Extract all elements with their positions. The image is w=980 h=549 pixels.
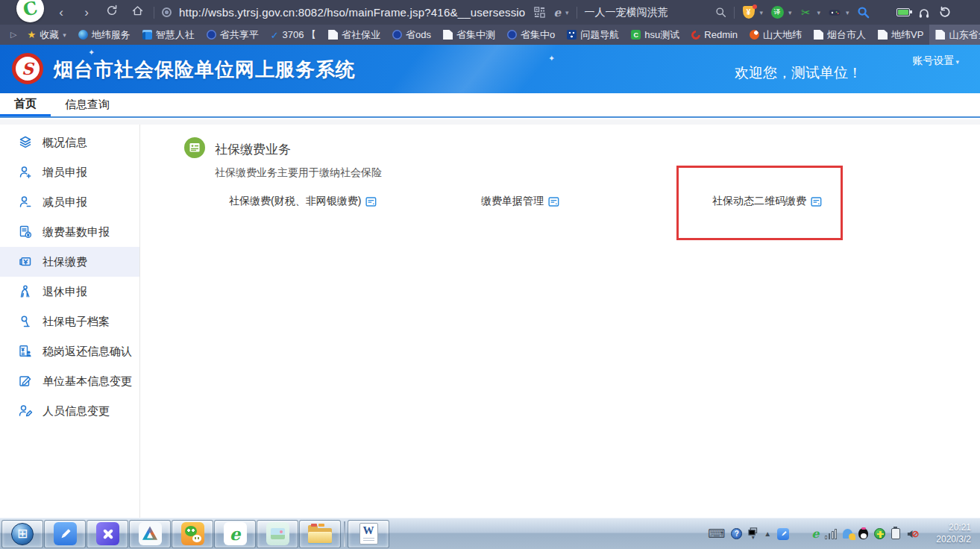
expand-icon[interactable]: ▷	[6, 30, 21, 40]
taskbar-app-meeting[interactable]	[129, 520, 171, 548]
site-banner: ✦ ✦ S 烟台市社会保险单位网上服务系统 欢迎您，测试单位！ 账号设置▾	[0, 45, 980, 93]
clipboard-icon[interactable]	[891, 528, 900, 539]
help-icon[interactable]: ?	[731, 528, 742, 539]
undo-icon[interactable]	[938, 6, 952, 19]
page-icon	[328, 30, 338, 40]
headphones-icon[interactable]	[917, 6, 931, 19]
tab-bar: 首页 信息查询	[0, 93, 980, 118]
show-hidden-icons[interactable]: ▲	[764, 530, 771, 538]
chevron-down-icon: ▾	[63, 31, 66, 39]
site-info-icon[interactable]	[162, 7, 172, 17]
bookmark-item[interactable]: 省ods	[386, 25, 437, 45]
notes-app-icon	[54, 522, 77, 545]
money-shield-icon[interactable]: ¥	[742, 6, 756, 19]
keyboard-icon[interactable]: ⌨	[708, 527, 725, 541]
chevron-down-icon[interactable]: ▾	[760, 9, 764, 16]
person-edit-icon	[18, 404, 33, 418]
sidebar-item-e-archive[interactable]: 社保电子档案	[0, 307, 139, 336]
chevron-down-icon[interactable]: ▾	[788, 9, 792, 16]
bookmark-item[interactable]: ✓3706 【	[265, 25, 322, 45]
apps-grid-icon[interactable]	[878, 7, 889, 18]
network-signal-icon[interactable]	[825, 529, 837, 539]
chevron-down-icon[interactable]: ▾	[846, 9, 849, 16]
game-controller-icon[interactable]	[828, 6, 841, 19]
orange-logo-icon	[750, 30, 759, 40]
bookmark-item[interactable]: 地纬VP	[872, 25, 929, 45]
chevron-down-icon[interactable]: ▾	[565, 9, 569, 16]
chevron-down-icon[interactable]: ▾	[817, 9, 821, 16]
forward-icon[interactable]: ›	[78, 5, 95, 20]
tab-info-query[interactable]: 信息查询	[51, 93, 124, 116]
window-restore-icon[interactable]: ▾	[748, 527, 758, 540]
sidebar-item-job-subsidy-confirm[interactable]: 稳岗返还信息确认	[0, 336, 139, 366]
tab-home[interactable]: 首页	[0, 93, 51, 116]
sidebar-item-social-payment[interactable]: 社保缴费	[0, 247, 139, 277]
browser360-tray-icon[interactable]: e	[811, 528, 819, 540]
globe-icon	[78, 30, 88, 40]
bookmark-item[interactable]: 地纬服务	[72, 25, 136, 45]
sidebar-item-overview[interactable]: 概况信息	[0, 128, 139, 157]
bookmark-item[interactable]: Redmin	[685, 25, 744, 45]
refresh-icon[interactable]	[103, 4, 121, 20]
link-qrcode-payment[interactable]: 社保动态二维码缴费	[712, 195, 822, 208]
messages-icon[interactable]	[843, 529, 852, 539]
main-area: 社保缴费业务 社保缴费业务主要用于缴纳社会保险 社保缴费(财税、非网银缴费) 缴…	[140, 125, 980, 518]
sidebar-item-add-employee[interactable]: 增员申报	[0, 157, 139, 187]
screen: C ‹ › http://wsbs.ytrsj.gov.cn:8082/hso/…	[0, 0, 980, 549]
search-icon[interactable]	[715, 7, 726, 18]
link-social-payment[interactable]: 社保缴费(财税、非网银缴费)	[229, 195, 377, 208]
search-box[interactable]: 一人一宠横闯洪荒	[585, 6, 726, 19]
browser-logo-icon[interactable]: C	[16, 0, 44, 22]
qr-code-icon[interactable]	[533, 6, 546, 19]
favorites-button[interactable]: ★ 收藏 ▾	[21, 25, 72, 45]
browser-chrome: C ‹ › http://wsbs.ytrsj.gov.cn:8082/hso/…	[0, 0, 980, 25]
ie-mode-icon[interactable]: e	[553, 6, 561, 19]
content-area: 概况信息 增员申报 减员申报 缴费基数申报 社保缴费 退休申报	[0, 125, 980, 518]
address-bar[interactable]: http://wsbs.ytrsj.gov.cn:8082/hso/mainFr…	[179, 6, 525, 19]
account-settings-button[interactable]: 账号设置▾	[912, 54, 959, 68]
taskbar-app-browser360[interactable]: e	[214, 520, 256, 548]
page-icon	[443, 30, 453, 40]
bookmark-item[interactable]: 问题导航	[561, 25, 625, 45]
taskbar-app-notes[interactable]	[44, 520, 86, 548]
sidebar-item-unit-info-change[interactable]: 单位基本信息变更	[0, 366, 139, 396]
document-yen-icon	[18, 225, 33, 239]
sidebar-item-retirement[interactable]: 退休申报	[0, 277, 139, 307]
bookmark-item[interactable]: 山大地纬	[744, 25, 808, 45]
bookmark-item-active[interactable]: 山东省全	[929, 25, 980, 45]
bookmark-item[interactable]: Chsu测试	[625, 25, 685, 45]
magnifier-blue-icon[interactable]	[857, 6, 870, 19]
taskbar-clock[interactable]: 20:21 2020/3/2	[925, 522, 971, 545]
sidebar-item-person-info-change[interactable]: 人员信息变更	[0, 396, 139, 426]
bookmark-item[interactable]: 省集中测	[437, 25, 501, 45]
start-button[interactable]: ⊞	[1, 520, 43, 548]
taskbar-app-wechat[interactable]	[172, 520, 213, 548]
bookmark-item[interactable]: 智慧人社	[136, 25, 201, 45]
section-description: 社保缴费业务主要用于缴纳社会保险	[215, 166, 382, 180]
search-input[interactable]: 一人一宠横闯洪荒	[585, 6, 668, 19]
battery-icon[interactable]	[896, 6, 910, 19]
site-title: 烟台市社会保险单位网上服务系统	[54, 57, 356, 83]
taskbar-app-plugin[interactable]	[87, 520, 128, 548]
home-icon[interactable]	[128, 4, 146, 21]
translate-icon[interactable]: 译	[770, 6, 784, 19]
sidebar-item-remove-employee[interactable]: 减员申报	[0, 187, 139, 217]
safe360-icon[interactable]	[874, 528, 885, 539]
bookmark-item[interactable]: 烟台市人	[808, 25, 872, 45]
taskbar-app-photos[interactable]	[257, 520, 298, 548]
wechat-icon	[181, 522, 204, 545]
form-icon	[811, 196, 822, 207]
notes-tray-icon[interactable]	[777, 528, 789, 540]
taskbar-app-explorer[interactable]	[299, 520, 341, 548]
document-edit-icon	[18, 374, 33, 389]
sidebar-item-payment-base[interactable]: 缴费基数申报	[0, 217, 139, 247]
link-payment-receipts[interactable]: 缴费单据管理	[481, 195, 559, 208]
volume-muted-icon[interactable]	[906, 528, 919, 540]
bookmark-item[interactable]: 省集中o	[501, 25, 561, 45]
qq-icon[interactable]	[858, 528, 868, 539]
screenshot-scissors-icon[interactable]: ✂	[800, 6, 813, 19]
bookmark-item[interactable]: 省社保业	[322, 25, 386, 45]
back-icon[interactable]: ‹	[52, 5, 70, 20]
bookmark-item[interactable]: 省共享平	[201, 25, 265, 45]
taskbar-app-word[interactable]: W	[348, 520, 389, 548]
